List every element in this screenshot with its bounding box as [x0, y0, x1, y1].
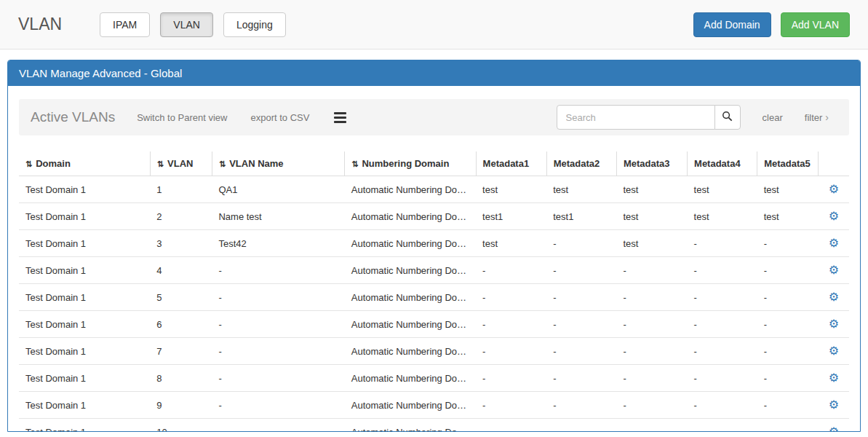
- cell-metadata4: -: [688, 230, 757, 257]
- cell-vlan-name: -: [212, 419, 344, 433]
- cell-metadata3: -: [616, 392, 687, 419]
- col-header-numbering-domain[interactable]: ⇅Numbering Domain: [345, 151, 476, 176]
- settings-gear-icon[interactable]: ⚙: [829, 371, 839, 384]
- cell-actions: ⚙: [819, 311, 849, 338]
- cell-actions: ⚙: [819, 203, 849, 230]
- cell-numbering-domain: Automatic Numbering Doma…: [345, 392, 476, 419]
- cell-metadata5: -: [757, 230, 819, 257]
- cell-metadata1: -: [476, 419, 546, 433]
- cell-metadata2: -: [546, 311, 616, 338]
- cell-metadata4: -: [688, 284, 757, 311]
- cell-domain: Test Domain 1: [19, 338, 150, 365]
- add-vlan-button[interactable]: Add VLAN: [781, 12, 850, 37]
- cell-domain: Test Domain 1: [19, 284, 150, 311]
- table-row: Test Domain 11QA1Automatic Numbering Dom…: [19, 176, 849, 203]
- table-row: Test Domain 15-Automatic Numbering Doma……: [19, 284, 849, 311]
- topbar: VLAN IPAM VLAN Logging Add Domain Add VL…: [0, 0, 868, 50]
- cell-vlan-name: -: [212, 365, 344, 392]
- cell-vlan: 4: [150, 257, 212, 284]
- cell-metadata2: -: [546, 338, 616, 365]
- topbar-actions: Add Domain Add VLAN: [693, 12, 850, 37]
- tab-ipam[interactable]: IPAM: [100, 12, 150, 37]
- settings-gear-icon[interactable]: ⚙: [829, 398, 839, 411]
- menu-icon[interactable]: [333, 111, 348, 125]
- cell-domain: Test Domain 1: [19, 257, 150, 284]
- settings-gear-icon[interactable]: ⚙: [829, 210, 839, 222]
- cell-vlan: 6: [150, 311, 212, 338]
- cell-numbering-domain: Automatic Numbering Doma…: [345, 230, 476, 257]
- col-header-metadata5: Metadata5: [757, 151, 819, 176]
- cell-actions: ⚙: [819, 230, 849, 257]
- cell-vlan: 9: [150, 392, 212, 419]
- settings-gear-icon[interactable]: ⚙: [829, 291, 839, 303]
- cell-domain: Test Domain 1: [19, 365, 150, 392]
- cell-domain: Test Domain 1: [19, 311, 150, 338]
- settings-gear-icon[interactable]: ⚙: [829, 264, 839, 276]
- export-csv-link[interactable]: export to CSV: [250, 112, 309, 123]
- cell-metadata1: -: [476, 338, 546, 365]
- cell-numbering-domain: Automatic Numbering Doma…: [345, 419, 476, 433]
- col-header-actions: [819, 151, 849, 176]
- cell-metadata1: test1: [476, 203, 546, 230]
- settings-gear-icon[interactable]: ⚙: [829, 183, 839, 195]
- cell-actions: ⚙: [819, 176, 849, 203]
- cell-vlan-name: -: [212, 257, 344, 284]
- table-row: Test Domain 12Name testAutomatic Numberi…: [19, 203, 849, 230]
- search-button[interactable]: [714, 105, 741, 130]
- cell-domain: Test Domain 1: [19, 230, 150, 257]
- col-header-vlan[interactable]: ⇅VLAN: [150, 151, 212, 176]
- cell-metadata4: -: [688, 392, 757, 419]
- sort-icon: ⇅: [351, 160, 358, 168]
- cell-metadata2: test1: [546, 203, 616, 230]
- filter-link[interactable]: filter›: [805, 111, 829, 123]
- settings-gear-icon[interactable]: ⚙: [829, 237, 839, 249]
- cell-domain: Test Domain 1: [19, 176, 150, 203]
- table-row: Test Domain 110-Automatic Numbering Doma…: [19, 419, 849, 433]
- switch-parent-view-link[interactable]: Switch to Parent view: [137, 112, 227, 123]
- settings-gear-icon[interactable]: ⚙: [829, 425, 839, 432]
- cell-numbering-domain: Automatic Numbering Doma…: [345, 311, 476, 338]
- toolbar-title: Active VLANs: [31, 109, 115, 125]
- col-header-metadata1: Metadata1: [476, 151, 546, 176]
- cell-vlan: 5: [150, 284, 212, 311]
- filter-link-label: filter: [805, 112, 823, 123]
- cell-metadata3: -: [616, 311, 687, 338]
- settings-gear-icon[interactable]: ⚙: [829, 318, 839, 330]
- clear-link[interactable]: clear: [763, 112, 783, 123]
- cell-metadata1: -: [476, 392, 546, 419]
- settings-gear-icon[interactable]: ⚙: [829, 345, 839, 357]
- col-header-metadata4: Metadata4: [688, 151, 757, 176]
- cell-metadata1: -: [476, 257, 546, 284]
- cell-actions: ⚙: [819, 365, 849, 392]
- col-header-domain[interactable]: ⇅Domain: [19, 151, 150, 176]
- cell-vlan-name: Name test: [212, 203, 344, 230]
- cell-domain: Test Domain 1: [19, 419, 150, 433]
- tab-vlan[interactable]: VLAN: [160, 12, 213, 37]
- cell-vlan: 8: [150, 365, 212, 392]
- cell-metadata5: test: [757, 203, 819, 230]
- nav-tab-group: IPAM VLAN Logging: [100, 12, 286, 37]
- add-domain-button[interactable]: Add Domain: [693, 12, 771, 37]
- table-row: Test Domain 14-Automatic Numbering Doma……: [19, 257, 849, 284]
- cell-metadata3: -: [616, 338, 687, 365]
- cell-metadata4: -: [688, 338, 757, 365]
- cell-numbering-domain: Automatic Numbering Doma…: [345, 338, 476, 365]
- cell-actions: ⚙: [819, 392, 849, 419]
- cell-numbering-domain: Automatic Numbering Doma…: [345, 203, 476, 230]
- cell-metadata1: test: [476, 230, 546, 257]
- cell-metadata2: test: [546, 176, 616, 203]
- cell-metadata3: test: [616, 203, 687, 230]
- cell-metadata3: test: [616, 176, 687, 203]
- search-group: [557, 105, 741, 130]
- col-header-vlan-name[interactable]: ⇅VLAN Name: [212, 151, 344, 176]
- chevron-right-icon: ›: [825, 111, 829, 123]
- cell-metadata3: -: [616, 419, 687, 433]
- table-row: Test Domain 13Test42Automatic Numbering …: [19, 230, 849, 257]
- search-input[interactable]: [557, 105, 715, 130]
- cell-metadata2: -: [546, 257, 616, 284]
- sort-icon: ⇅: [219, 160, 226, 168]
- cell-domain: Test Domain 1: [19, 203, 150, 230]
- col-header-metadata2: Metadata2: [546, 151, 616, 176]
- vlan-table-head: ⇅Domain⇅VLAN⇅VLAN Name⇅Numbering DomainM…: [19, 151, 849, 176]
- tab-logging[interactable]: Logging: [223, 12, 286, 37]
